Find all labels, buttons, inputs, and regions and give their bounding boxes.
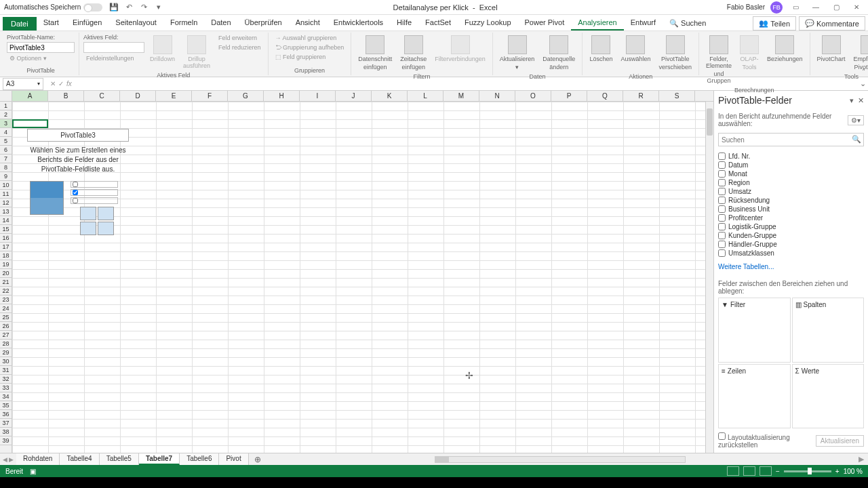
horizontal-scrollbar[interactable] xyxy=(267,456,854,463)
field-item[interactable]: Monat xyxy=(718,169,864,178)
tab-ansicht[interactable]: Ansicht xyxy=(289,16,327,30)
row-header[interactable]: 9 xyxy=(0,172,12,181)
cancel-icon[interactable]: ✕ xyxy=(50,80,56,87)
tab-seitenlayout[interactable]: Seitenlayout xyxy=(108,16,163,30)
field-item[interactable]: Umsatz xyxy=(718,187,864,196)
area-values[interactable]: Σ Werte xyxy=(792,364,865,429)
field-item[interactable]: Logistik-Gruppe xyxy=(718,222,864,231)
col-header[interactable]: F xyxy=(192,91,228,101)
more-tables-link[interactable]: Weitere Tabellen... xyxy=(718,260,864,273)
field-item[interactable]: Kunden-Gruppe xyxy=(718,231,864,240)
tab-formeln[interactable]: Formeln xyxy=(163,16,204,30)
zoom-level[interactable]: 100 % xyxy=(844,468,863,475)
sheet-tab[interactable]: Tabelle7 xyxy=(139,453,180,465)
row-header[interactable]: 29 xyxy=(0,348,12,357)
select-button[interactable]: Auswählen xyxy=(618,34,653,64)
tab-fuzzy lookup[interactable]: Fuzzy Lookup xyxy=(458,16,517,30)
col-header[interactable]: G xyxy=(228,91,264,101)
field-checkbox[interactable] xyxy=(718,161,726,169)
zoom-in-icon[interactable]: + xyxy=(835,468,840,475)
row-header[interactable]: 16 xyxy=(0,234,12,243)
name-box[interactable]: A3▾ xyxy=(3,78,43,90)
field-checkbox[interactable] xyxy=(718,197,726,204)
field-settings-button[interactable]: Feldeinstellungen xyxy=(83,54,144,62)
row-header[interactable]: 20 xyxy=(0,269,12,278)
col-header[interactable]: K xyxy=(372,91,408,101)
row-header[interactable]: 17 xyxy=(0,243,12,251)
relationships-button[interactable]: Beziehungen xyxy=(764,34,806,64)
pivot-placeholder[interactable]: PivotTable3 Wählen Sie zum Erstellen ein… xyxy=(27,129,129,238)
view-layout-icon[interactable] xyxy=(743,466,755,476)
col-header[interactable]: B xyxy=(48,91,84,101)
col-header[interactable]: N xyxy=(479,91,515,101)
minimize-button[interactable]: — xyxy=(808,2,823,13)
insert-slicer-button[interactable]: Datenschnitteinfügen xyxy=(355,34,395,72)
field-checkbox[interactable] xyxy=(718,232,726,239)
sheet-tab[interactable]: Tabelle5 xyxy=(100,453,139,465)
field-search-input[interactable] xyxy=(718,133,864,146)
field-checkbox[interactable] xyxy=(718,223,726,230)
pivotchart-button[interactable]: PivotChart xyxy=(814,34,848,64)
view-normal-icon[interactable] xyxy=(727,466,739,476)
fx-icon[interactable]: fx xyxy=(66,80,72,87)
sheet-nav-prev-icon[interactable]: ◀ xyxy=(3,456,7,463)
zoom-out-icon[interactable]: − xyxy=(776,468,780,475)
row-header[interactable]: 26 xyxy=(0,322,12,331)
row-header[interactable]: 19 xyxy=(0,260,12,269)
row-header[interactable]: 4 xyxy=(0,128,12,137)
tab-power pivot[interactable]: Power Pivot xyxy=(518,16,572,30)
select-all-corner[interactable] xyxy=(0,91,12,101)
confirm-icon[interactable]: ✓ xyxy=(58,80,64,87)
hscroll-right-icon[interactable]: ▶ xyxy=(854,455,868,464)
row-header[interactable]: 11 xyxy=(0,190,12,199)
comments-button[interactable]: 💬Kommentare xyxy=(799,16,865,30)
tab-hilfe[interactable]: Hilfe xyxy=(390,16,418,30)
col-header[interactable]: L xyxy=(408,91,443,101)
ribbon-mode-icon[interactable]: ▭ xyxy=(788,2,803,13)
field-checkbox[interactable] xyxy=(718,214,726,222)
row-header[interactable]: 28 xyxy=(0,340,12,348)
macro-record-icon[interactable]: ▣ xyxy=(30,468,36,475)
tab-entwurf[interactable]: Entwurf xyxy=(624,16,663,30)
field-checkbox[interactable] xyxy=(718,205,726,213)
tab-analysieren[interactable]: Analysieren xyxy=(571,16,623,30)
col-header[interactable]: P xyxy=(551,91,587,101)
sheet-tab[interactable]: Tabelle4 xyxy=(60,453,99,465)
area-rows[interactable]: ≡ Zeilen xyxy=(718,364,791,429)
undo-icon[interactable]: ↶ xyxy=(124,3,134,12)
field-item[interactable]: Datum xyxy=(718,161,864,169)
col-header[interactable]: D xyxy=(120,91,156,101)
row-header[interactable]: 1 xyxy=(0,102,12,110)
sheet-tab[interactable]: Tabelle6 xyxy=(180,453,219,465)
redo-icon[interactable]: ↷ xyxy=(139,3,149,12)
field-checkbox[interactable] xyxy=(718,241,726,248)
col-header[interactable]: H xyxy=(264,91,300,101)
row-header[interactable]: 24 xyxy=(0,304,12,313)
clear-button[interactable]: Löschen xyxy=(587,34,615,64)
qat-more-icon[interactable]: ▾ xyxy=(154,3,163,12)
ribbon-collapse-icon[interactable]: ˄ xyxy=(862,68,865,75)
row-header[interactable]: 7 xyxy=(0,155,12,163)
autosave-toggle[interactable] xyxy=(83,3,102,12)
worksheet-grid[interactable]: PivotTable3 Wählen Sie zum Erstellen ein… xyxy=(12,102,705,453)
change-datasource-button[interactable]: Datenquelleändern xyxy=(540,34,578,72)
tab-start[interactable]: Start xyxy=(37,16,66,30)
row-header[interactable]: 22 xyxy=(0,287,12,296)
active-field-input[interactable] xyxy=(83,42,144,53)
area-filter[interactable]: ▼ Filter xyxy=(718,298,791,363)
tab-einfügen[interactable]: Einfügen xyxy=(66,16,108,30)
col-header[interactable]: A xyxy=(12,91,48,101)
row-header[interactable]: 12 xyxy=(0,199,12,207)
col-header[interactable]: C xyxy=(84,91,120,101)
row-header[interactable]: 39 xyxy=(0,436,12,445)
field-item[interactable]: Profitcenter xyxy=(718,214,864,222)
field-pane-gear-icon[interactable]: ⚙▾ xyxy=(848,115,864,125)
row-header[interactable]: 38 xyxy=(0,428,12,436)
field-checkbox[interactable] xyxy=(718,170,726,178)
row-header[interactable]: 18 xyxy=(0,251,12,260)
row-header[interactable]: 14 xyxy=(0,216,12,225)
field-item[interactable]: Lfd. Nr. xyxy=(718,152,864,161)
col-header[interactable]: Q xyxy=(587,91,623,101)
field-item[interactable]: Händler-Gruppe xyxy=(718,240,864,249)
sheet-tab[interactable]: Rohdaten xyxy=(16,453,60,465)
